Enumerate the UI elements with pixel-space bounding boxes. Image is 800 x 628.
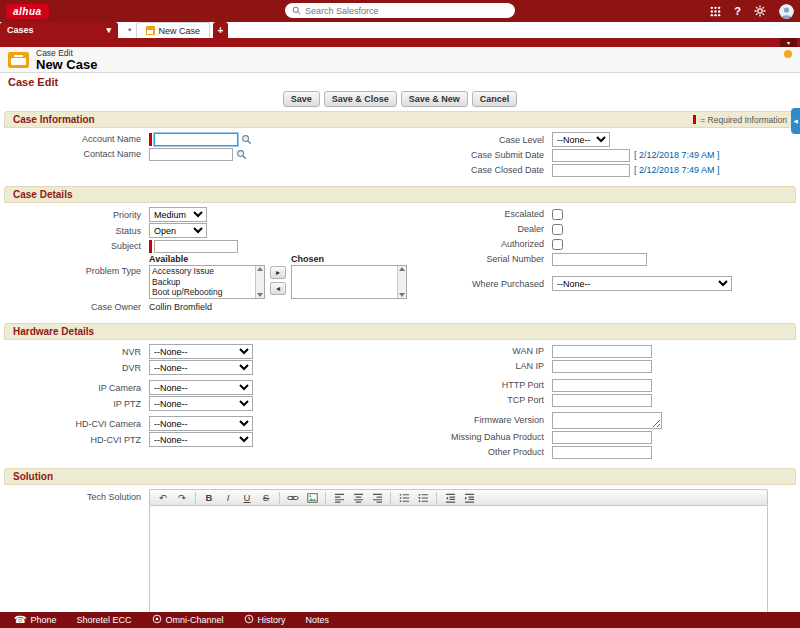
- new-tab-button[interactable]: +: [213, 22, 228, 38]
- top-navigation-bar: alhua ?: [0, 0, 800, 22]
- problem-type-option[interactable]: Boot up/Rebooting: [150, 287, 255, 298]
- dahua-logo[interactable]: alhua: [6, 4, 49, 19]
- console-menu-caret[interactable]: ▾: [780, 38, 797, 47]
- problem-type-chosen-list[interactable]: [291, 265, 407, 299]
- page-help-icon[interactable]: [784, 50, 792, 58]
- toolbar-divider: [436, 492, 437, 504]
- http-port-input[interactable]: [552, 379, 652, 392]
- missing-dahua-product-label: Missing Dahua Product: [400, 432, 552, 442]
- console-sub-bar: ▾: [0, 38, 800, 47]
- save-button[interactable]: Save: [283, 91, 320, 107]
- section-title: Solution: [13, 471, 53, 482]
- account-name-input[interactable]: [154, 133, 238, 146]
- scrollbar[interactable]: [255, 266, 264, 298]
- rte-toolbar: ↶ ↷ B I U S: [149, 489, 768, 506]
- image-icon[interactable]: [303, 491, 321, 505]
- problem-type-available-list[interactable]: Accessory Issue Backup Boot up/Rebooting: [149, 265, 265, 299]
- outdent-icon[interactable]: [441, 491, 459, 505]
- ip-ptz-select[interactable]: --None--: [149, 396, 253, 411]
- sidebar-collapse-handle[interactable]: ◀: [791, 108, 800, 134]
- case-submit-date-now-link[interactable]: [ 2/12/2018 7:49 AM ]: [634, 150, 720, 160]
- ip-ptz-label: IP PTZ: [4, 399, 149, 409]
- search-input[interactable]: [305, 6, 508, 16]
- align-left-icon[interactable]: [330, 491, 348, 505]
- account-name-label: Account Name: [4, 134, 149, 144]
- scroll-down-icon[interactable]: [257, 293, 263, 297]
- bold-icon[interactable]: B: [200, 491, 218, 505]
- escalated-checkbox[interactable]: [552, 209, 563, 220]
- section-title: Hardware Details: [13, 326, 94, 337]
- case-owner-value: Collin Bromfield: [149, 302, 212, 312]
- account-lookup-icon[interactable]: [241, 134, 252, 145]
- status-label: Status: [4, 226, 149, 236]
- user-avatar[interactable]: [779, 4, 794, 19]
- redo-icon[interactable]: ↷: [173, 491, 191, 505]
- indent-icon[interactable]: [460, 491, 478, 505]
- serial-number-input[interactable]: [552, 253, 647, 266]
- other-product-input[interactable]: [552, 446, 652, 459]
- toolbar-divider: [325, 492, 326, 504]
- problem-type-option[interactable]: Accessory Issue: [150, 266, 255, 277]
- section-hardware-details: Hardware Details NVR --None-- DVR --None…: [4, 323, 796, 465]
- problem-type-option[interactable]: Backup: [150, 277, 255, 288]
- scroll-up-icon[interactable]: [257, 267, 263, 271]
- case-closed-date-input[interactable]: [552, 164, 630, 177]
- wan-ip-input[interactable]: [552, 345, 652, 358]
- footer-item-omni-channel[interactable]: Omni-Channel: [142, 612, 234, 628]
- nvr-select[interactable]: --None--: [149, 344, 253, 359]
- ordered-list-icon[interactable]: [395, 491, 413, 505]
- tech-solution-editor[interactable]: [149, 506, 768, 628]
- contact-lookup-icon[interactable]: [236, 149, 247, 160]
- case-icon: [146, 26, 155, 35]
- add-option-button[interactable]: ▸: [270, 266, 286, 279]
- hdcvi-ptz-select[interactable]: --None--: [149, 432, 253, 447]
- dvr-select[interactable]: --None--: [149, 360, 253, 375]
- footer-item-history[interactable]: History: [234, 612, 296, 628]
- ip-camera-select[interactable]: --None--: [149, 380, 253, 395]
- contact-name-input[interactable]: [149, 148, 233, 161]
- help-icon[interactable]: ?: [734, 5, 741, 17]
- firmware-version-input[interactable]: [552, 412, 662, 429]
- where-purchased-select[interactable]: --None--: [552, 276, 732, 291]
- lan-ip-input[interactable]: [552, 360, 652, 373]
- app-launcher-icon[interactable]: [710, 6, 721, 17]
- subject-input[interactable]: [154, 240, 238, 253]
- dealer-checkbox[interactable]: [552, 224, 563, 235]
- global-search-box[interactable]: [285, 3, 515, 18]
- align-right-icon[interactable]: [368, 491, 386, 505]
- case-submit-date-input[interactable]: [552, 149, 630, 162]
- remove-option-button[interactable]: ◂: [270, 282, 286, 295]
- link-icon[interactable]: [284, 491, 302, 505]
- undo-icon[interactable]: ↶: [154, 491, 172, 505]
- save-and-new-button[interactable]: Save & New: [401, 91, 468, 107]
- unordered-list-icon[interactable]: [414, 491, 432, 505]
- tcp-port-input[interactable]: [552, 394, 652, 407]
- tab-cases[interactable]: Cases ▾: [0, 22, 118, 38]
- settings-gear-icon[interactable]: [754, 5, 766, 17]
- problem-type-multiselect: Available Accessory Issue Backup Boot up…: [149, 254, 407, 299]
- case-level-select[interactable]: --None--: [552, 132, 610, 147]
- wan-ip-label: WAN IP: [400, 346, 552, 356]
- chevron-down-icon[interactable]: ▾: [106, 25, 111, 35]
- section-case-information: Case Information = Required Information …: [4, 111, 796, 183]
- problem-type-label: Problem Type: [4, 254, 149, 276]
- status-select[interactable]: Open: [149, 223, 207, 238]
- priority-select[interactable]: Medium: [149, 207, 207, 222]
- italic-icon[interactable]: I: [219, 491, 237, 505]
- footer-item-phone[interactable]: ☎ Phone: [4, 612, 67, 628]
- strikethrough-icon[interactable]: S: [257, 491, 275, 505]
- missing-dahua-product-input[interactable]: [552, 431, 652, 444]
- tab-new-case[interactable]: New Case: [136, 22, 211, 38]
- hdcvi-camera-select[interactable]: --None--: [149, 416, 253, 431]
- save-and-close-button[interactable]: Save & Close: [324, 91, 397, 107]
- footer-item-shoretel-ecc[interactable]: Shoretel ECC: [67, 612, 142, 628]
- cancel-button[interactable]: Cancel: [472, 91, 518, 107]
- case-closed-date-now-link[interactable]: [ 2/12/2018 7:49 AM ]: [634, 165, 720, 175]
- http-port-label: HTTP Port: [400, 380, 552, 390]
- align-center-icon[interactable]: [349, 491, 367, 505]
- underline-icon[interactable]: U: [238, 491, 256, 505]
- required-info-legend: = Required Information: [693, 115, 787, 125]
- edit-block-title: Case Edit: [0, 73, 800, 89]
- footer-item-notes[interactable]: Notes: [296, 612, 340, 628]
- authorized-checkbox[interactable]: [552, 239, 563, 250]
